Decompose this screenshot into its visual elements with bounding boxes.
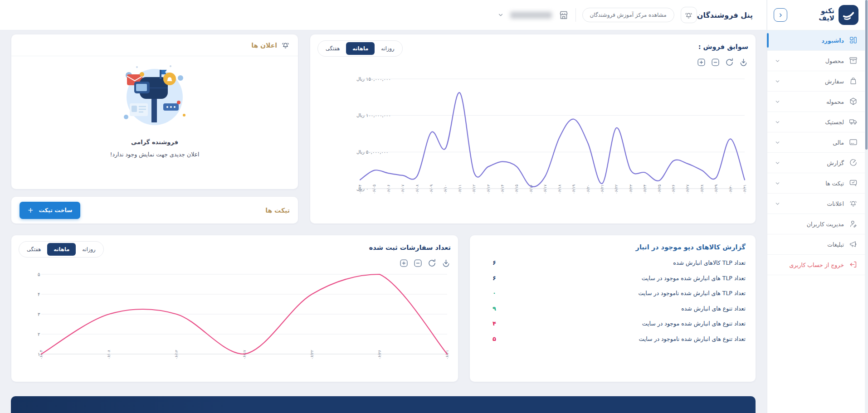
orders-zoom-out-icon[interactable]	[413, 258, 423, 268]
sidebar-item-logout[interactable]: خروج از حساب کاربری	[767, 255, 865, 275]
sales-refresh-icon[interactable]	[725, 58, 734, 67]
x-axis-tick-label: ۰۶/۰۷	[400, 184, 405, 194]
x-axis-tick-label: ۰۶/۱۵	[514, 184, 519, 194]
announcement-empty-message: اعلان جدیدی جهت نمایش وجود ندارد!	[110, 151, 199, 158]
tickets-card: تیکت ها ساخت تیکت +	[11, 197, 298, 224]
chevron-down-icon	[775, 201, 780, 207]
seller-name-blurred	[510, 12, 552, 19]
announcements-card: اعلان ها	[11, 34, 298, 189]
x-axis-tick-label: ۰۶/۰۶	[386, 185, 391, 194]
sidebar-collapse-button[interactable]	[774, 8, 787, 22]
sidebar-item-users[interactable]: مدیریت کاربران	[767, 214, 865, 234]
sidebar-item-label: تبلیغات	[827, 241, 844, 248]
sidebar-item-announcements[interactable]: اعلانات	[767, 194, 865, 214]
sidebar-item-shipment[interactable]: محموله	[767, 92, 865, 112]
warehouse-row-value: ۹	[480, 305, 496, 312]
chevron-down-icon	[775, 140, 780, 146]
x-axis-tick-label: ۰۶/۲۲	[310, 350, 314, 360]
chevron-down-icon	[775, 78, 780, 84]
sidebar-item-finance[interactable]: مالی	[767, 132, 865, 153]
x-axis-tick-label: ۰۶/۱۷	[543, 184, 547, 194]
dashboard-icon	[848, 36, 858, 45]
sidebar-logo-row: تکنو لایف	[767, 0, 865, 30]
sidebar-item-tickets[interactable]: تیکت ها	[767, 173, 865, 194]
warehouse-report-title: گزارش کالاهای دپو موجود در انبار	[480, 243, 746, 251]
warehouse-row: تعداد تنوع های انبارش شده۹	[480, 301, 746, 316]
orders-zoom-in-icon[interactable]	[399, 258, 409, 268]
chevron-right-icon	[778, 12, 784, 18]
sales-zoom-out-icon[interactable]	[711, 58, 720, 67]
sidebar-item-order[interactable]: سفارش	[767, 71, 865, 92]
mailbox-illustration	[116, 62, 193, 134]
orders-download-icon[interactable]	[441, 258, 451, 268]
sidebar-item-logistics[interactable]: لجستیک	[767, 112, 865, 132]
x-axis-tick-label: ۰۶/۲۵	[657, 184, 662, 194]
orders-chart-toolbar	[399, 258, 451, 268]
sales-tab-monthly[interactable]: ماهانه	[346, 42, 375, 55]
logout-icon	[848, 260, 858, 269]
sidebar-item-label: محصول	[825, 58, 844, 64]
sales-download-icon[interactable]	[739, 58, 748, 67]
x-axis-tick-label: ۰۶/۲۶	[671, 185, 676, 194]
y-axis-tick-label: ۱۰۰,۰۰۰,۰۰۰ ریال	[356, 113, 391, 118]
x-axis-tick-label: ۰۶/۰۴	[39, 350, 44, 360]
sidebar-item-report[interactable]: گزارش	[767, 153, 865, 173]
finance-icon	[848, 138, 858, 147]
create-ticket-label: ساخت تیکت	[39, 207, 73, 214]
sidebar-item-label: مدیریت کاربران	[807, 221, 844, 228]
window-scrollbar[interactable]	[865, 0, 868, 413]
bell-icon	[684, 11, 693, 19]
announcement-greeting: فروشنده گرامی	[131, 139, 178, 146]
sales-tab-daily[interactable]: روزانه	[375, 42, 400, 55]
window-scrollbar-thumb[interactable]	[865, 0, 868, 150]
x-axis-tick-label: ۰۶/۲۹	[714, 184, 718, 194]
training-center-button[interactable]: مشاهده مرکز آموزش فروشندگان	[582, 8, 674, 22]
topbar: پنل فروشندگان مشاهده مرکز آموزش فروشندگا…	[0, 0, 766, 30]
ads-icon	[848, 240, 858, 249]
announcements-icon	[848, 199, 858, 208]
product-icon	[848, 56, 858, 65]
sidebar-item-label: خروج از حساب کاربری	[789, 262, 844, 268]
sidebar-item-label: داشبورد	[821, 37, 844, 44]
x-axis-tick-label: ۰۶/۱۹	[571, 184, 576, 194]
orders-tab-monthly[interactable]: ماهانه	[47, 243, 76, 256]
x-axis-tick-label: ۰۶/۲۳	[629, 184, 633, 194]
y-axis-tick-label: ۲	[38, 332, 40, 337]
warehouse-row-label: تعداد TLP کالاهای انبارش شده	[673, 259, 746, 266]
sidebar-item-label: اعلانات	[827, 200, 844, 207]
sidebar-item-dashboard[interactable]: داشبورد	[767, 30, 865, 51]
sales-tab-weekly[interactable]: هفتگی	[319, 42, 346, 55]
warehouse-row: تعداد تنوع های انبارش شده ناموجود در سای…	[480, 331, 746, 347]
warehouse-row-label: تعداد TLP های انبارش شده ناموجود در سایت	[638, 290, 746, 296]
x-axis-tick-label: ۰۶/۲۱	[600, 185, 605, 194]
warehouse-rows: تعداد TLP کالاهای انبارش شده۶تعداد TLP ه…	[480, 255, 746, 346]
chevron-down-icon	[775, 180, 780, 186]
warehouse-row: تعداد TLP های انبارش شده ناموجود در سایت…	[480, 286, 746, 301]
warehouse-row-value: ۰	[480, 290, 496, 296]
warehouse-row: تعداد TLP های انبارش شده موجود در سایت۶	[480, 271, 746, 286]
orders-tab-weekly[interactable]: هفتگی	[20, 243, 47, 256]
x-axis-tick-label: ۰۶/۱۴	[500, 185, 505, 194]
sidebar-item-ads[interactable]: تبلیغات	[767, 234, 865, 255]
orders-period-tabs: روزانهماهانههفتگی	[19, 241, 104, 258]
notifications-button[interactable]	[681, 7, 697, 23]
x-axis-tick-label: ۰۶/۲۰	[586, 185, 590, 194]
orders-chart-card: تعداد سفارشات ثبت شده روزانهماهانههفتگی …	[11, 235, 458, 382]
orders-tab-daily[interactable]: روزانه	[76, 243, 102, 256]
y-axis-tick-label: ۵	[38, 272, 40, 277]
account-chevron-down-icon[interactable]	[497, 12, 504, 18]
warehouse-row-value: ۶	[480, 259, 496, 266]
chevron-down-icon	[775, 99, 780, 105]
sales-zoom-in-icon[interactable]	[697, 58, 706, 67]
create-ticket-button[interactable]: ساخت تیکت +	[20, 202, 80, 219]
x-axis-tick-label: ۰۶/۱۷	[242, 350, 247, 360]
y-axis-tick-label: ۳	[38, 312, 40, 317]
orders-refresh-icon[interactable]	[427, 258, 437, 268]
sidebar-item-product[interactable]: محصول	[767, 51, 865, 71]
sales-line-chart: ۰ ریال۵۰,۰۰۰,۰۰۰ ریال۱۰۰,۰۰۰,۰۰۰ ریال۱۵۰…	[318, 67, 748, 213]
bottom-bar	[11, 396, 756, 413]
orders-line-chart: ۱۲۳۴۵۰۶/۰۴۰۶/۰۸۰۶/۱۳۰۶/۱۷۰۶/۲۲۰۶/۲۶۰۶/۳۱	[20, 268, 451, 378]
storefront-icon[interactable]	[558, 10, 569, 20]
order-icon	[848, 77, 858, 86]
y-axis-tick-label: ۴	[38, 292, 40, 297]
